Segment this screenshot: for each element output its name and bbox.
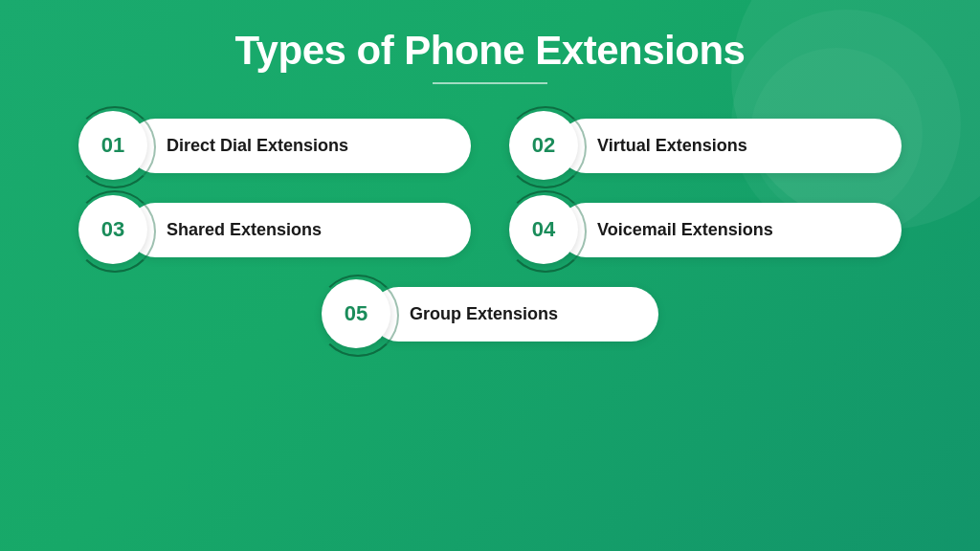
title-section: Types of Phone Extensions xyxy=(235,29,746,84)
badge-5: 05 xyxy=(322,279,390,348)
extension-item-2: 02 Virtual Extensions xyxy=(509,111,902,180)
label-pill-4: Voicemail Extensions xyxy=(559,203,902,257)
label-pill-2: Virtual Extensions xyxy=(559,119,902,173)
badge-3: 03 xyxy=(78,195,147,264)
page-title: Types of Phone Extensions xyxy=(235,29,746,73)
badge-1: 01 xyxy=(78,111,147,180)
badge-number-2: 02 xyxy=(532,133,555,158)
extension-item-5: 05 Group Extensions xyxy=(78,279,902,348)
badge-number-3: 03 xyxy=(101,217,124,242)
extension-item-1: 01 Direct Dial Extensions xyxy=(78,111,471,180)
extension-item-4: 04 Voicemail Extensions xyxy=(509,195,902,264)
badge-4: 04 xyxy=(509,195,578,264)
title-divider xyxy=(433,82,547,84)
label-pill-5: Group Extensions xyxy=(371,287,658,342)
badge-number-5: 05 xyxy=(345,301,368,326)
label-pill-1: Direct Dial Extensions xyxy=(128,119,471,173)
page-container: Types of Phone Extensions 01 Direct Dial… xyxy=(0,0,980,551)
badge-2: 02 xyxy=(509,111,578,180)
badge-number-4: 04 xyxy=(532,217,555,242)
label-pill-3: Shared Extensions xyxy=(128,203,471,257)
items-grid: 01 Direct Dial Extensions 02 Virtual Ext… xyxy=(78,111,902,348)
extension-item-3: 03 Shared Extensions xyxy=(78,195,471,264)
badge-number-1: 01 xyxy=(101,133,124,158)
